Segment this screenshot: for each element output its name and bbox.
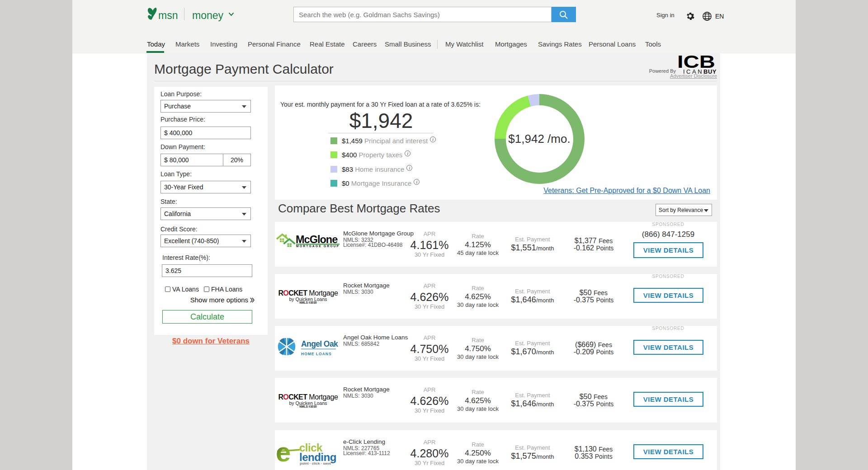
svg-text:MORTGAGE GROUP: MORTGAGE GROUP: [296, 244, 340, 248]
svg-text:Angel Oak: Angel Oak: [301, 339, 338, 348]
svg-text:e: e: [277, 437, 291, 466]
svg-text:ICB: ICB: [677, 54, 715, 69]
svg-text:McGlone: McGlone: [296, 234, 338, 245]
svg-text:point · click · save: point · click · save: [300, 461, 331, 465]
svg-text:HOME LOANS: HOME LOANS: [301, 352, 332, 356]
